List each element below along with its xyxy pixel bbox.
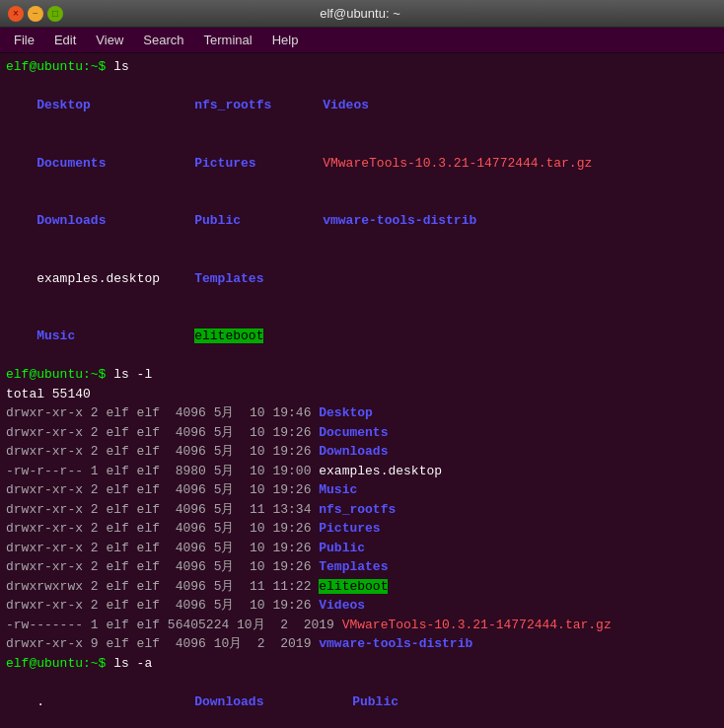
ls-row-3: DownloadsPublicvmware-tools-distrib (6, 192, 718, 251)
ls-row-4: examples.desktopTemplates (6, 250, 718, 308)
ls-l-music: drwxr-xr-x 2 elf elf 4096 5月 10 19:26 Mu… (6, 480, 718, 500)
ls-l-nfs: drwxr-xr-x 2 elf elf 4096 5月 11 13:34 nf… (6, 500, 718, 520)
menu-edit[interactable]: Edit (46, 31, 84, 49)
ls-row-5: Musiceliteboot (6, 308, 718, 366)
terminal[interactable]: elf@ubuntu:~$ ls Desktopnfs_rootfsVideos… (0, 53, 724, 728)
total-line: total 55140 (6, 385, 718, 404)
cmd-line-ls: elf@ubuntu:~$ ls (6, 57, 718, 77)
ls-l-pictures: drwxr-xr-x 2 elf elf 4096 5月 10 19:26 Pi… (6, 519, 718, 539)
ls-l-eliteboot: drwxrwxrwx 2 elf elf 4096 5月 11 11:22 el… (6, 577, 718, 597)
maximize-button[interactable]: □ (47, 6, 63, 22)
ls-row-2: DocumentsPicturesVMwareTools-10.3.21-147… (6, 134, 718, 192)
ls-l-downloads: drwxr-xr-x 2 elf elf 4096 5月 10 19:26 Do… (6, 442, 718, 462)
titlebar-buttons[interactable]: × − □ (8, 6, 63, 22)
close-button[interactable]: × (8, 6, 24, 22)
ls-l-desktop: drwxr-xr-x 2 elf elf 4096 5月 10 19:46 De… (6, 403, 718, 423)
menu-file[interactable]: File (6, 31, 42, 49)
menu-view[interactable]: View (88, 31, 131, 49)
ls-l-examples: -rw-r--r-- 1 elf elf 8980 5月 10 19:00 ex… (6, 462, 718, 481)
ls-l-vmware-gz: -rw------- 1 elf elf 56405224 10月 2 2019… (6, 616, 718, 635)
ls-l-videos: drwxr-xr-x 2 elf elf 4096 5月 10 19:26 Vi… (6, 596, 718, 616)
ls-row-1: Desktopnfs_rootfsVideos (6, 77, 718, 135)
minimize-button[interactable]: − (28, 6, 43, 22)
menu-terminal[interactable]: Terminal (196, 31, 260, 49)
titlebar-title: elf@ubuntu: ~ (63, 6, 657, 21)
menubar: File Edit View Search Terminal Help (0, 28, 724, 53)
ls-a-row1: .DownloadsPublic (6, 673, 718, 728)
titlebar: × − □ elf@ubuntu: ~ (0, 0, 724, 28)
cmd-line-ls-a: elf@ubuntu:~$ ls -a (6, 654, 718, 674)
ls-l-public: drwxr-xr-x 2 elf elf 4096 5月 10 19:26 Pu… (6, 539, 718, 558)
ls-l-vmware-distrib: drwxr-xr-x 9 elf elf 4096 10月 2 2019 vmw… (6, 634, 718, 654)
ls-l-templates: drwxr-xr-x 2 elf elf 4096 5月 10 19:26 Te… (6, 557, 718, 577)
menu-search[interactable]: Search (135, 31, 191, 49)
menu-help[interactable]: Help (264, 31, 307, 49)
cmd-line-ls-l: elf@ubuntu:~$ ls -l (6, 365, 718, 385)
ls-l-documents: drwxr-xr-x 2 elf elf 4096 5月 10 19:26 Do… (6, 423, 718, 443)
